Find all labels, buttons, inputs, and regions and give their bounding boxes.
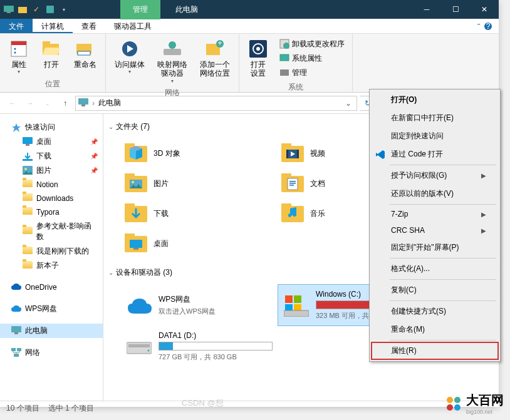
map-drive-button[interactable]: 映射网络 驱动器▾ — [154, 36, 191, 86]
titlebar: ✓ ▾ 管理 此电脑 ─ ☐ ✕ — [0, 0, 499, 19]
forward-button[interactable]: → — [23, 96, 38, 111]
sidebar-desktop[interactable]: 桌面📌 — [0, 135, 103, 149]
check-icon[interactable]: ✓ — [30, 3, 43, 16]
manage-button[interactable]: 管理 — [277, 66, 347, 79]
ctx-newwindow[interactable]: 在新窗口中打开(E) — [371, 109, 499, 127]
sidebar-thispc[interactable]: 此电脑 — [0, 324, 103, 338]
computer-tab[interactable]: 计算机 — [33, 19, 73, 33]
svg-rect-63 — [133, 248, 138, 250]
svg-rect-54 — [289, 183, 296, 184]
svg-rect-44 — [286, 150, 288, 158]
recent-dropdown[interactable]: ⌄ — [40, 96, 55, 111]
ctx-open[interactable]: 打开(O) — [371, 91, 499, 109]
ctx-shortcut[interactable]: 创建快捷方式(S) — [371, 302, 499, 320]
svg-rect-68 — [284, 310, 309, 317]
sidebar-typora[interactable]: Typora — [0, 205, 103, 219]
back-button[interactable]: ← — [5, 96, 20, 111]
svg-rect-0 — [4, 6, 14, 12]
svg-point-49 — [132, 181, 134, 183]
file-tab[interactable]: 文件 — [0, 19, 33, 33]
ctx-grant[interactable]: 授予访问权限(G)▶ — [371, 166, 499, 185]
svg-rect-64 — [285, 295, 293, 303]
svg-rect-25 — [280, 54, 289, 61]
ctx-restore[interactable]: 还原以前的版本(V) — [371, 185, 499, 203]
access-media-button[interactable]: 访问媒体▾ — [111, 36, 148, 86]
sidebar-refs[interactable]: 参考文献-影响函数 — [0, 219, 103, 244]
item-count: 10 个项目 — [6, 403, 39, 414]
ctx-format[interactable]: 格式化(A)... — [371, 260, 499, 278]
ribbon: 属性▾ 打开 重命名 位置 访问媒体▾ 映射网络 驱动器▾ +添加一个 网络位置… — [0, 34, 499, 93]
folder-pictures[interactable]: 图片 — [121, 168, 278, 198]
rename-button[interactable]: 重命名 — [70, 36, 100, 78]
svg-rect-36 — [11, 348, 16, 351]
separator — [390, 300, 496, 301]
svg-rect-3 — [46, 6, 54, 13]
help-button[interactable]: ⌃ ? — [470, 19, 499, 33]
properties-icon[interactable] — [44, 3, 56, 16]
folder-3dobjects[interactable]: 3D 对象 — [121, 138, 278, 168]
sidebar-wps[interactable]: WPS网盘 — [0, 302, 103, 316]
sidebar-newbook[interactable]: 新本子 — [0, 259, 103, 273]
open-settings-button[interactable]: 打开 设置 — [244, 36, 272, 81]
separator — [390, 258, 496, 259]
manage-tab[interactable]: 管理 — [120, 0, 160, 19]
close-button[interactable]: ✕ — [470, 0, 499, 19]
ctx-copy[interactable]: 复制(C) — [371, 281, 499, 299]
pc-icon — [3, 3, 15, 16]
svg-rect-40 — [125, 143, 135, 146]
separator — [390, 204, 496, 205]
ctx-rename[interactable]: 重命名(M) — [371, 320, 499, 339]
pin-icon: 📌 — [90, 138, 98, 145]
properties-button[interactable]: 属性▾ — [5, 36, 33, 78]
view-tab[interactable]: 查看 — [73, 19, 105, 33]
svg-rect-31 — [23, 159, 33, 161]
drive-d[interactable]: DATA1 (D:)727 GB 可用，共 830 GB — [121, 326, 278, 367]
sidebar-downloads-en[interactable]: Downloads — [0, 192, 103, 205]
folder-downloads[interactable]: 下载 — [121, 198, 278, 228]
ctx-code[interactable]: 通过 Code 打开 — [371, 145, 499, 163]
ctx-7zip[interactable]: 7-Zip▶ — [371, 206, 499, 222]
svg-rect-53 — [289, 181, 296, 182]
sidebar-notion[interactable]: Notion — [0, 178, 103, 192]
sidebar-downloads[interactable]: 下载📌 — [0, 149, 103, 163]
up-button[interactable]: ↑ — [58, 96, 73, 111]
selected-count: 选中 1 个项目 — [48, 403, 94, 414]
sidebar-network[interactable]: 网络 — [0, 346, 103, 360]
svg-rect-57 — [125, 203, 135, 207]
sidebar-onedrive[interactable]: OneDrive — [0, 280, 103, 294]
uninstall-button[interactable]: 卸载或更改程序 — [277, 38, 347, 51]
open-button[interactable]: 打开 — [38, 36, 65, 78]
status-bar: 10 个项目 选中 1 个项目 — [0, 401, 499, 416]
svg-point-22 — [256, 47, 260, 51]
ctx-pinstart[interactable]: 固定到"开始"屏幕(P) — [371, 238, 499, 257]
address-bar[interactable]: › 此电脑 ⌄ — [75, 96, 357, 111]
sysprops-button[interactable]: 系统属性 — [277, 52, 347, 65]
dropdown-icon[interactable]: ▾ — [58, 3, 70, 16]
drive-d-progress — [159, 342, 273, 351]
svg-rect-29 — [23, 137, 33, 144]
svg-rect-65 — [294, 295, 301, 303]
minimize-button[interactable]: ─ — [412, 0, 441, 19]
ctx-crcsha[interactable]: CRC SHA▶ — [371, 222, 499, 238]
pc-icon — [78, 98, 88, 108]
svg-rect-70 — [128, 344, 150, 347]
big100-logo-icon — [445, 395, 462, 412]
svg-point-73 — [454, 397, 461, 403]
sidebar-mydl[interactable]: 我是刚刚下载的 — [0, 244, 103, 259]
add-location-button[interactable]: +添加一个 网络位置 — [196, 36, 234, 86]
address-dropdown[interactable]: ⌄ — [343, 99, 354, 108]
drivertools-tab[interactable]: 驱动器工具 — [105, 19, 160, 33]
svg-rect-7 — [11, 41, 26, 45]
folder-icon[interactable] — [16, 3, 29, 16]
ctx-pinquick[interactable]: 固定到快速访问 — [371, 127, 499, 145]
drive-wps[interactable]: WPS网盘双击进入WPS网盘 — [121, 284, 278, 326]
sidebar-quickaccess[interactable]: 快速访问 — [0, 120, 103, 135]
svg-rect-38 — [14, 354, 19, 357]
ctx-properties[interactable]: 属性(R) — [371, 342, 499, 360]
context-menu: 打开(O) 在新窗口中打开(E) 固定到快速访问 通过 Code 打开 授予访问… — [369, 89, 501, 362]
separator — [390, 340, 496, 341]
sidebar-pictures[interactable]: 图片📌 — [0, 163, 103, 178]
folder-desktop[interactable]: 桌面 — [121, 228, 278, 259]
svg-point-8 — [14, 48, 16, 50]
maximize-button[interactable]: ☐ — [441, 0, 470, 19]
